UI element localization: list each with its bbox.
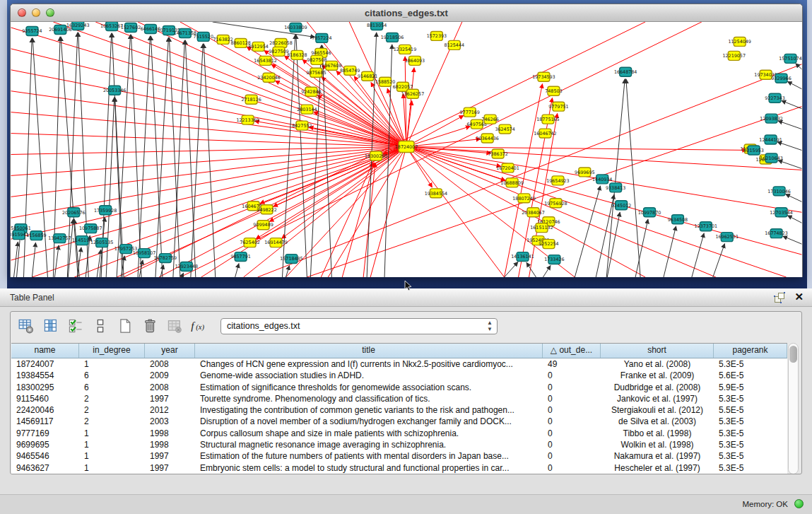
table-settings-icon[interactable]	[17, 317, 35, 335]
delete-table-icon[interactable]	[165, 317, 184, 335]
graph-node[interactable]: 10653267	[100, 22, 123, 30]
graph-node[interactable]: 20053346	[103, 86, 126, 95]
graph-node[interactable]: 9227343	[765, 93, 784, 103]
table-row[interactable]: 946554611997Estimation of the future num…	[11, 450, 787, 462]
graph-node[interactable]: 10958107	[133, 249, 155, 258]
graph-node[interactable]: 9827509	[269, 47, 288, 56]
graph-node[interactable]: 19734593	[532, 72, 555, 81]
graph-node[interactable]: 12505135	[90, 238, 113, 247]
graph-node[interactable]: 16151132	[530, 223, 553, 233]
graph-node[interactable]: 9252254	[539, 240, 558, 249]
graph-node[interactable]: 2803144	[297, 105, 317, 114]
graph-node[interactable]: 9779751	[548, 102, 568, 111]
graph-node[interactable]: 19218506	[381, 33, 404, 42]
graph-node[interactable]: 1864093	[405, 56, 425, 65]
graph-node[interactable]: 12444191	[759, 135, 782, 144]
row-select-icon[interactable]	[66, 317, 85, 335]
graph-node[interactable]: 28226058	[269, 38, 292, 47]
table-row[interactable]: 911546021997Tourette syndrome. Phenomeno…	[11, 393, 787, 404]
node-table[interactable]: namein_degreeyeartitle△ out_de...shortpa…	[11, 343, 787, 474]
graph-node[interactable]: 8427552	[292, 121, 312, 130]
function-builder-icon[interactable]: f(x)	[190, 317, 208, 335]
graph-node[interactable]: 3624574	[495, 124, 514, 134]
graph-node[interactable]: 13942757	[48, 234, 71, 243]
graph-node[interactable]: 9245012	[611, 201, 631, 210]
graph-node[interactable]: 9329966	[771, 74, 791, 83]
float-panel-icon[interactable]	[774, 292, 785, 303]
close-panel-icon[interactable]: ✕	[794, 291, 804, 303]
graph-node[interactable]: 2718126	[241, 95, 261, 104]
graph-node[interactable]: 9857791	[230, 252, 250, 262]
table-row[interactable]: 1938455462009Genome-wide association stu…	[11, 370, 787, 381]
graph-node[interactable]: 20384067	[522, 208, 544, 217]
scrollbar-thumb[interactable]	[789, 346, 797, 363]
column-select-icon[interactable]	[42, 317, 60, 335]
table-row[interactable]: 946362711997Embryonic stem cells: a mode…	[11, 462, 787, 474]
graph-node[interactable]: 11254049	[728, 37, 751, 46]
graph-node[interactable]: 12373701	[695, 222, 717, 231]
graph-node[interactable]: 17310046	[767, 187, 790, 196]
graph-node[interactable]: 1572393	[427, 31, 447, 40]
table-row[interactable]: 2242004622012Investigating the contribut…	[11, 404, 787, 416]
graph-node[interactable]: 9099489	[253, 221, 273, 230]
graph-node[interactable]: 16962531	[716, 233, 739, 242]
column-header-short[interactable]: short	[601, 344, 714, 358]
table-row[interactable]: 1456911722003Disruption of a novel membe…	[11, 416, 787, 427]
graph-node[interactable]: 20206576	[62, 208, 85, 217]
graph-node[interactable]: 746266	[481, 115, 498, 124]
column-header-year[interactable]: year	[145, 344, 195, 358]
graph-node[interactable]: 18724007	[395, 141, 418, 153]
column-header-in_degree[interactable]: in_degree	[79, 344, 145, 358]
table-scrollbar[interactable]	[788, 343, 799, 474]
graph-node[interactable]: 10975887	[79, 224, 102, 233]
graph-node[interactable]: 8125444	[445, 40, 464, 49]
graph-node[interactable]: 15751074	[779, 54, 801, 63]
column-header-pagerank[interactable]: pagerank	[714, 344, 787, 358]
column-header-name[interactable]: name	[11, 344, 79, 358]
graph-node[interactable]: 7625402	[240, 238, 259, 247]
graph-node[interactable]: 8186328	[287, 50, 307, 59]
column-header-out_de[interactable]: △ out_de...	[543, 344, 601, 358]
window-titlebar[interactable]: citations_edges.txt	[11, 4, 802, 22]
graph-node[interactable]: 1733426	[544, 255, 564, 264]
graph-node[interactable]: 2967608	[322, 61, 341, 70]
table-row[interactable]: 1872400712008Changes of HCN gene express…	[11, 358, 787, 370]
graph-node[interactable]: 14136141	[511, 252, 534, 262]
graph-node[interactable]: 9338413	[606, 183, 625, 192]
graph-node[interactable]: 18807249	[512, 194, 535, 203]
graph-node[interactable]: 12703544	[770, 208, 792, 217]
graph-node[interactable]: 16782759	[154, 254, 177, 263]
graph-node[interactable]: 7386372	[488, 149, 507, 158]
graph-node[interactable]: 1156859	[26, 231, 46, 240]
table-row[interactable]: 969969511998Structural magnetic resonanc…	[11, 439, 787, 450]
graph-node[interactable]: 13626257	[401, 89, 424, 98]
table-select-dropdown[interactable]: citations_edges.txt▲▼	[220, 318, 498, 334]
graph-node[interactable]: 9242848	[301, 87, 321, 96]
graph-node[interactable]: 16720401	[496, 163, 519, 173]
graph-node[interactable]: 16033809	[284, 23, 307, 32]
graph-node[interactable]: 7515520	[194, 32, 213, 41]
delete-rows-icon[interactable]	[141, 317, 159, 335]
graph-node[interactable]: 19654923	[546, 176, 569, 185]
graph-node[interactable]: 23420046	[257, 73, 280, 82]
graph-node[interactable]: 1527602	[121, 23, 141, 32]
table-row[interactable]: 1830029562008Estimation of significance …	[11, 382, 787, 393]
dropdown-stepper-icon[interactable]: ▲▼	[487, 320, 493, 332]
column-header-title[interactable]: title	[195, 344, 543, 358]
graph-node[interactable]: 7857224	[312, 33, 331, 42]
network-canvas[interactable]: 1830029571638228860128891295428226058982…	[11, 22, 802, 277]
graph-node[interactable]: 17359928	[94, 206, 117, 215]
citation-graph[interactable]: 1830029571638228860128891295428226058982…	[11, 22, 802, 277]
graph-node[interactable]: 9355724	[22, 26, 42, 35]
graph-node[interactable]: 748503	[545, 86, 562, 95]
table-mode-icon[interactable]	[91, 317, 110, 335]
graph-node[interactable]: 16648784	[614, 67, 637, 76]
graph-node[interactable]: 1440934	[592, 175, 612, 184]
new-table-icon[interactable]	[116, 317, 134, 335]
graph-node[interactable]: 20364436	[476, 134, 498, 143]
graph-node[interactable]: 12093832	[760, 114, 782, 123]
graph-node[interactable]: 8813054	[367, 22, 387, 30]
graph-node[interactable]: 12325419	[394, 45, 416, 54]
table-row[interactable]: 977716911998Corpus callosum shape and si…	[11, 428, 787, 439]
graph-node[interactable]: 9777169	[460, 107, 480, 117]
